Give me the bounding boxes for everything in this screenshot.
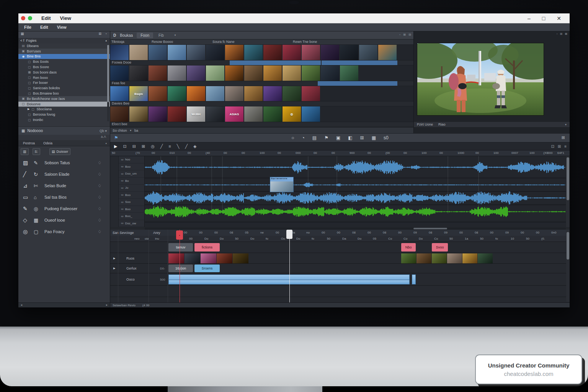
media-thumbnail[interactable] bbox=[263, 45, 282, 60]
media-thumbnail[interactable] bbox=[206, 45, 224, 60]
clip-thumbnail[interactable] bbox=[185, 253, 200, 263]
media-thumbnail[interactable] bbox=[302, 86, 320, 101]
caption-label[interactable]: Davies Bee bbox=[112, 101, 129, 105]
media-thumbnail[interactable] bbox=[302, 65, 320, 81]
media-thumbnail[interactable] bbox=[129, 65, 148, 81]
track-expand-icon[interactable]: ▶ bbox=[113, 267, 115, 270]
edit-tool-icon[interactable]: ◎ bbox=[151, 144, 155, 149]
media-dropdown[interactable]: Fib bbox=[158, 33, 164, 38]
toolbar-right-icon[interactable]: ⊞ bbox=[562, 135, 565, 140]
tree-item[interactable]: ◉Bine Bns bbox=[18, 54, 110, 59]
preview-caption-icon[interactable]: ▾ bbox=[565, 123, 570, 126]
media-thumbnail[interactable] bbox=[187, 86, 205, 101]
white-playhead-handle[interactable] bbox=[286, 230, 292, 239]
media-thumbnail[interactable] bbox=[168, 106, 186, 122]
maximize-button[interactable]: □ bbox=[542, 15, 545, 21]
column-header[interactable]: Rewn Tne bone bbox=[293, 40, 317, 44]
timeline-tag[interactable]: Svoo bbox=[432, 243, 448, 252]
clip-thumbnail[interactable] bbox=[462, 253, 477, 263]
tool-item[interactable]: ⊿✄Selao Bude♢ bbox=[18, 180, 110, 191]
clip-thumbnail[interactable] bbox=[217, 253, 232, 263]
tool-option-icon[interactable]: ♢ bbox=[98, 195, 110, 200]
library-row[interactable]: ▦ Nodoooo Qb ▾ bbox=[18, 126, 110, 135]
tab-foon[interactable]: Foon bbox=[137, 33, 153, 38]
media-thumbnail[interactable] bbox=[206, 65, 224, 81]
edit-tool-icon[interactable]: ⊡ bbox=[551, 144, 554, 149]
edit-tool-icon[interactable]: ╱ bbox=[160, 144, 163, 149]
traffic-minimize-icon[interactable] bbox=[28, 16, 32, 20]
media-thumbnail[interactable] bbox=[263, 86, 282, 101]
column-header[interactable]: Resow Boooo bbox=[152, 40, 173, 44]
caption-label[interactable]: Eloo:t bee bbox=[112, 122, 127, 126]
media-thumbnail[interactable] bbox=[283, 65, 301, 81]
tree-item[interactable]: ▢Beroosa fovog bbox=[18, 112, 110, 117]
scroll-left-icon[interactable]: ◂ bbox=[21, 303, 22, 307]
timeline-tag[interactable]: tamuv bbox=[168, 243, 193, 252]
media-thumbnail[interactable] bbox=[110, 45, 129, 60]
media-icon-3[interactable]: ⊟ bbox=[408, 33, 411, 36]
media-thumbnail[interactable] bbox=[244, 106, 263, 122]
edit-tool-icon[interactable]: ╱ bbox=[185, 144, 188, 149]
tree-item[interactable]: ▣Bon'uses bbox=[18, 49, 110, 54]
media-thumbnail[interactable] bbox=[110, 86, 129, 101]
titlebar-menu-edit[interactable]: Edit bbox=[41, 15, 51, 21]
caption-label[interactable]: Foowa Dooe bbox=[112, 60, 131, 64]
media-thumbnail[interactable] bbox=[244, 65, 263, 81]
audio-ruler[interactable]: 50 (70 (X0 64F1 0001000(4000001000000000… bbox=[110, 150, 570, 156]
toolbar-icon[interactable]: ▣ bbox=[336, 135, 340, 140]
media-footer-label[interactable]: So chiton bbox=[113, 129, 127, 132]
media-thumbnail[interactable] bbox=[149, 86, 167, 101]
media-thumbnail[interactable]: ASIAS bbox=[225, 106, 243, 122]
audio-track-label[interactable]: ▭Doc_ow bbox=[119, 220, 144, 227]
media-thumbnail[interactable] bbox=[129, 45, 148, 60]
video-track-2[interactable]: ▶GerluxD0-16p)onSroens bbox=[110, 263, 570, 273]
edit-tool-icon[interactable]: ⊡ bbox=[123, 144, 126, 149]
audio-track-label[interactable]: ▭Boo_ bbox=[119, 213, 144, 220]
waveform-canvas[interactable] bbox=[145, 156, 566, 227]
clip-thumbnail[interactable] bbox=[416, 253, 431, 263]
media-thumbnail[interactable] bbox=[340, 65, 358, 81]
preview-icon-1[interactable]: ▫ bbox=[557, 32, 558, 36]
tab-boukaa[interactable]: Boukaa bbox=[116, 33, 137, 38]
tree-item[interactable]: ▢Doiuorve bbox=[18, 101, 110, 107]
menu-item-edit[interactable]: Edit bbox=[40, 25, 48, 29]
media-thumbnail[interactable]: Bsqm bbox=[129, 86, 148, 101]
media-thumbnail[interactable]: WcBH bbox=[187, 106, 205, 122]
clip-thumbnail[interactable] bbox=[168, 253, 184, 263]
toolbar-icon[interactable]: ▦ bbox=[372, 135, 376, 140]
clip-thumbnail[interactable] bbox=[447, 253, 462, 263]
library-caret-icon[interactable]: ▾ bbox=[105, 129, 107, 133]
edit-tool-icon[interactable]: ▶ bbox=[114, 144, 117, 149]
clip-thumbnail[interactable] bbox=[201, 253, 216, 263]
duisser-button[interactable]: ▤Duisser bbox=[49, 148, 70, 155]
titlebar-menu-view[interactable]: View bbox=[60, 15, 71, 21]
tool-item[interactable]: ✎◎Pudoeg Faileoser♢ bbox=[18, 203, 110, 214]
tabs-caret-icon[interactable]: ▴ bbox=[105, 142, 110, 145]
edit-tool-icon[interactable]: ⊞ bbox=[558, 144, 561, 149]
flag-icon[interactable]: ⚑ bbox=[114, 135, 118, 140]
audio-vertical-scrollbar[interactable] bbox=[566, 156, 570, 227]
edit-tool-icon[interactable]: ⊞ bbox=[142, 144, 145, 149]
audio-track-label[interactable]: ▭Boo bbox=[119, 192, 144, 199]
timeline-tag[interactable]: 16p)on bbox=[168, 265, 193, 272]
media-thumbnail[interactable] bbox=[263, 65, 282, 81]
media-thumbnail[interactable] bbox=[168, 86, 186, 101]
audio-track-label[interactable]: ▭Boo bbox=[119, 163, 144, 171]
toolbar-icon[interactable]: ⊞ bbox=[360, 135, 364, 140]
tree-item[interactable]: ▢Bos Soore bbox=[18, 64, 110, 70]
tool-option-icon[interactable]: ♢ bbox=[98, 218, 110, 223]
tool-item[interactable]: ▨✎Sobson Tatus♢ bbox=[18, 157, 110, 168]
tool-option-icon[interactable]: ♢ bbox=[98, 160, 110, 165]
clip-thumbnail[interactable] bbox=[432, 253, 447, 263]
tree-item[interactable]: ▦Sos booni daos bbox=[18, 70, 110, 75]
media-dropdown-caret-icon[interactable]: ▾ bbox=[175, 34, 176, 37]
media-thumbnail[interactable] bbox=[244, 45, 263, 60]
preview-viewer[interactable] bbox=[417, 43, 544, 116]
audio-track-label[interactable]: ▭Jo bbox=[119, 185, 144, 192]
tool-option-icon[interactable]: ♢ bbox=[98, 183, 110, 188]
tree-item[interactable]: ▢tnonbc bbox=[18, 117, 110, 122]
media-thumbnail[interactable] bbox=[225, 65, 243, 81]
media-thumbnail[interactable] bbox=[110, 65, 129, 81]
left-panel-scroll-strip[interactable]: ◂ ▸ bbox=[18, 302, 110, 307]
scroll-right-icon[interactable]: ▸ bbox=[106, 303, 108, 307]
